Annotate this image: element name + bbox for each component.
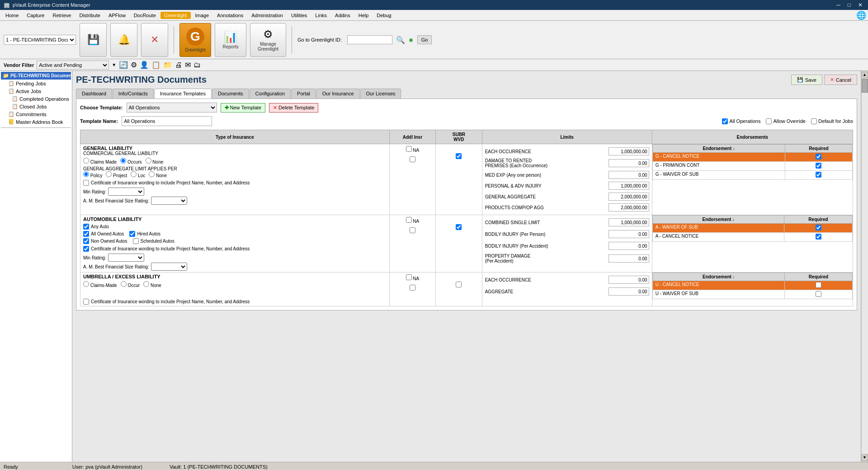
all-operations-checkbox[interactable] xyxy=(722,118,728,124)
menu-administration[interactable]: Administration xyxy=(248,12,287,19)
gl-addl-checkbox[interactable] xyxy=(410,156,415,162)
all-operations-checkbox-label[interactable]: All Operations xyxy=(722,118,760,124)
scrollbar-up-button[interactable]: ▲ xyxy=(862,72,868,78)
allow-override-checkbox[interactable] xyxy=(766,118,772,124)
greenlight-id-input[interactable] xyxy=(347,35,392,44)
go-button[interactable]: Go xyxy=(417,35,432,44)
gl-na-checkbox[interactable] xyxy=(406,146,412,152)
umbrella-na-checkbox[interactable] xyxy=(406,274,412,280)
template-name-input[interactable] xyxy=(122,116,212,126)
scrollbar-down-button[interactable]: ▼ xyxy=(862,455,868,461)
umbrella-none-label[interactable]: None xyxy=(143,281,161,288)
auto-na-label[interactable]: NA xyxy=(406,219,420,224)
menu-apflow[interactable]: APFlow xyxy=(105,12,129,19)
gl-endorse-row-2[interactable]: G - PRIM/NON CONT xyxy=(652,162,852,171)
user-icon[interactable]: 👤 xyxy=(140,61,149,69)
search-icon[interactable]: 🔍 xyxy=(396,36,405,44)
tab-dashboard[interactable]: Dashboard xyxy=(76,89,112,99)
auto-combined-input[interactable] xyxy=(609,218,649,226)
umbrella-claims-made-label[interactable]: Claims-Made xyxy=(83,281,117,288)
sidebar-item-commitments[interactable]: 📋 Commitments xyxy=(1,110,71,118)
menu-addins[interactable]: Addins xyxy=(331,12,354,19)
default-for-jobs-checkbox[interactable] xyxy=(811,118,817,124)
gl-personal-adv-input[interactable] xyxy=(609,182,649,190)
gl-none2-radio[interactable] xyxy=(149,171,155,177)
gl-cert-checkbox[interactable] xyxy=(83,180,89,186)
gl-cancel-notice-checkbox[interactable] xyxy=(816,154,821,160)
sidebar-item-root[interactable]: 📁 PE-TECHWRITING Documents xyxy=(1,72,71,80)
menu-home[interactable]: Home xyxy=(2,12,22,19)
sidebar-resize-handle[interactable] xyxy=(1,127,71,132)
umbrella-cancel-notice-checkbox[interactable] xyxy=(816,282,821,288)
tab-our-licenses[interactable]: Our Licenses xyxy=(360,89,401,99)
email-icon[interactable]: ✉ xyxy=(185,61,191,69)
umbrella-aggregate-input[interactable] xyxy=(609,287,649,296)
delete-template-button[interactable]: ✕ Delete Template xyxy=(269,103,318,113)
refresh-icon[interactable]: 🔄 xyxy=(119,61,128,69)
gl-none-label[interactable]: None xyxy=(146,158,164,164)
template-select[interactable]: All Operations xyxy=(127,103,217,113)
scrollbar-thumb[interactable] xyxy=(862,79,868,93)
gl-endorse-row-3[interactable]: G - WAIVER OF SUB xyxy=(652,171,852,180)
gl-prim-non-cont-checkbox[interactable] xyxy=(816,163,821,169)
gl-med-exp-input[interactable] xyxy=(609,171,649,179)
tab-configuration[interactable]: Configuration xyxy=(250,89,291,99)
gl-general-aggregate-input[interactable] xyxy=(609,193,649,201)
auto-na-checkbox[interactable] xyxy=(406,217,412,223)
auto-addl-checkbox[interactable] xyxy=(410,227,415,233)
menu-links[interactable]: Links xyxy=(311,12,330,19)
greenlight-toolbar-button[interactable]: G Greenlight xyxy=(179,23,211,57)
gl-loc-radio[interactable] xyxy=(131,171,137,177)
cancel-button[interactable]: ✕ Cancel xyxy=(824,75,857,85)
menu-utilities[interactable]: Utilities xyxy=(288,12,311,19)
clipboard-icon[interactable]: 📋 xyxy=(151,61,160,69)
sidebar-item-active[interactable]: 📋 Active Jobs xyxy=(1,87,71,95)
gl-claims-made-radio[interactable] xyxy=(83,158,89,164)
gl-na-label[interactable]: NA xyxy=(406,148,420,153)
umbrella-endorse-row-1[interactable]: U - CANCEL NOTICE xyxy=(652,281,852,290)
bell-toolbar-button[interactable]: 🔔 xyxy=(110,23,137,57)
gl-ambest-select[interactable] xyxy=(151,197,187,205)
sidebar-item-pending[interactable]: 📋 Pending Jobs xyxy=(1,80,71,87)
new-template-button[interactable]: ✚ New Template xyxy=(221,103,266,113)
gl-claims-made-label[interactable]: Claims Made xyxy=(83,158,117,164)
sidebar-item-completed[interactable]: 📋 Completed Operations xyxy=(1,95,71,103)
auto-non-owned-checkbox[interactable] xyxy=(83,238,89,244)
gl-project-label[interactable]: Project xyxy=(106,171,127,178)
minimize-button[interactable]: ─ xyxy=(835,2,842,8)
save-button[interactable]: 💾 Save xyxy=(791,75,822,85)
gl-products-comp-input[interactable] xyxy=(609,203,649,212)
auto-scheduled-checkbox[interactable] xyxy=(133,238,139,244)
gl-policy-radio[interactable] xyxy=(83,171,89,177)
right-scrollbar[interactable]: ▲ ▼ xyxy=(861,71,868,462)
gl-each-occurrence-input[interactable] xyxy=(609,147,649,155)
sidebar-item-address-book[interactable]: 📒 Master Address Book xyxy=(1,118,71,126)
auto-endorse-row-2[interactable]: A - CANCEL NOTICE xyxy=(652,233,852,242)
umbrella-subr-checkbox[interactable] xyxy=(456,282,462,287)
umbrella-occur-radio[interactable] xyxy=(121,281,127,287)
gl-subr-checkbox[interactable] xyxy=(456,153,462,159)
allow-override-checkbox-label[interactable]: Allow Override xyxy=(766,118,806,124)
reports-toolbar-button[interactable]: 📊 Reports xyxy=(215,23,246,57)
tab-our-insurance[interactable]: Our Insurance xyxy=(316,89,360,99)
menu-retrieve[interactable]: Retrieve xyxy=(49,12,75,19)
menu-image[interactable]: Image xyxy=(192,12,213,19)
auto-min-rating-select[interactable] xyxy=(108,254,144,262)
auto-ambest-select[interactable] xyxy=(151,263,187,271)
umbrella-each-occurrence-input[interactable] xyxy=(609,276,649,284)
umbrella-claims-made-radio[interactable] xyxy=(83,281,89,287)
menu-help[interactable]: Help xyxy=(355,12,373,19)
folder-icon[interactable]: 📁 xyxy=(163,61,172,69)
gl-occurs-label[interactable]: Occurs xyxy=(120,158,142,164)
menu-distribute[interactable]: Distribute xyxy=(75,12,104,19)
file-icon[interactable]: 🗂 xyxy=(193,61,201,69)
menu-greenlight[interactable]: Greenlight xyxy=(160,12,191,19)
auto-waiver-sub-checkbox[interactable] xyxy=(816,225,821,230)
settings-icon[interactable]: ⚙ xyxy=(131,61,137,69)
manage-greenlight-button[interactable]: ⚙ Manage Greenlight xyxy=(250,23,286,57)
umbrella-occur-label[interactable]: Occur xyxy=(121,281,140,288)
auto-any-auto-checkbox[interactable] xyxy=(83,224,89,230)
auto-bodily-accident-input[interactable] xyxy=(609,242,649,250)
gl-damage-rented-input[interactable] xyxy=(609,159,649,167)
menu-annotations[interactable]: Annotations xyxy=(213,12,247,19)
